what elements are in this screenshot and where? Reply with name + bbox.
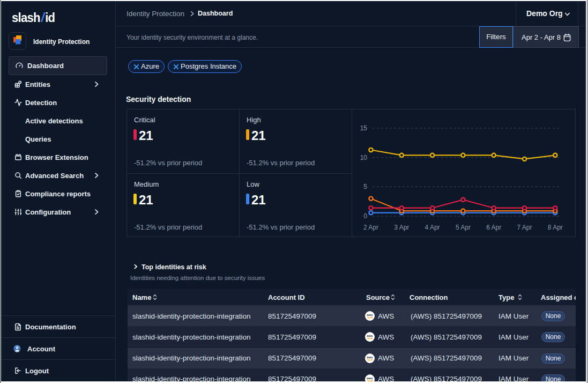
svg-text:6 Apr: 6 Apr xyxy=(486,224,501,231)
svg-text:15: 15 xyxy=(360,124,368,132)
svg-text:aws: aws xyxy=(367,356,373,359)
svg-text:5: 5 xyxy=(363,183,367,190)
svg-text:3 Apr: 3 Apr xyxy=(394,224,409,231)
svg-text:4 Apr: 4 Apr xyxy=(425,224,440,231)
svg-text:2 Apr: 2 Apr xyxy=(363,224,378,231)
svg-text:7 Apr: 7 Apr xyxy=(517,224,532,231)
svg-text:aws: aws xyxy=(367,334,373,337)
svg-text:aws: aws xyxy=(367,313,373,316)
svg-text:0: 0 xyxy=(363,212,367,220)
svg-text:8 Apr: 8 Apr xyxy=(548,224,563,231)
svg-text:5 Apr: 5 Apr xyxy=(456,224,471,231)
svg-text:10: 10 xyxy=(360,154,368,161)
svg-text:aws: aws xyxy=(367,377,373,380)
